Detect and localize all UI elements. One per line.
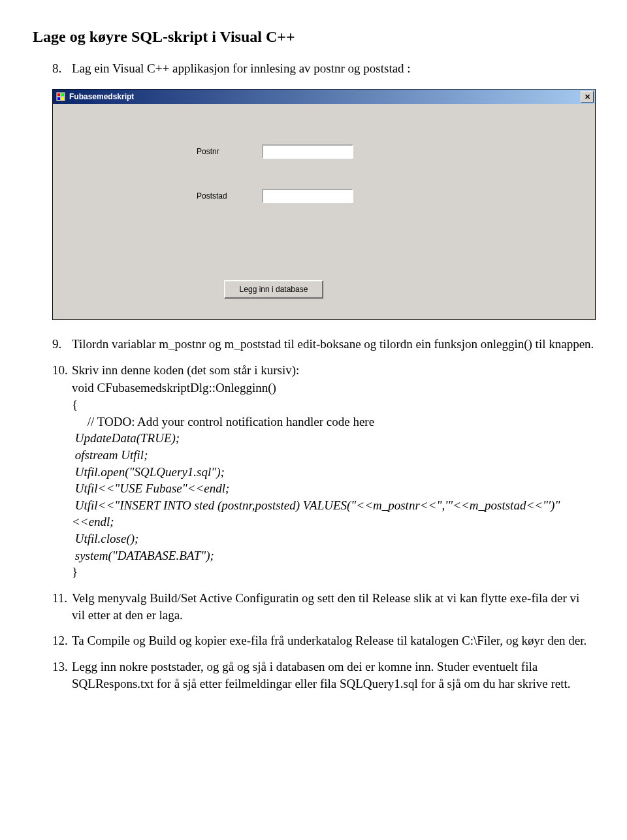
code-line: } [72, 564, 594, 581]
code-line: ofstream Utfil; [72, 447, 594, 464]
close-icon: ✕ [585, 92, 590, 102]
list-item-11: 11. Velg menyvalg Build/Set Active Confi… [52, 590, 594, 623]
code-line: // TODO: Add your control notification h… [72, 413, 594, 430]
list-item-10: 10. Skriv inn denne koden (det som står … [52, 362, 594, 379]
code-line: Utfil.close(); [72, 530, 594, 547]
submit-button-label: Legg inn i database [240, 284, 308, 295]
list-number: 9. [52, 336, 72, 353]
postnr-input[interactable] [262, 144, 353, 159]
dialog-title-area: Fubasemedskript [56, 91, 134, 102]
code-line: Utfil<<"USE Fubase"<<endl; [72, 480, 594, 497]
list-item-9: 9. Tilordn variablar m_postnr og m_posts… [52, 336, 594, 353]
list-number: 8. [52, 60, 72, 77]
submit-button[interactable]: Legg inn i database [224, 280, 323, 299]
list-item-12: 12. Ta Compile og Build og kopier exe-fi… [52, 632, 594, 649]
svg-rect-3 [57, 97, 60, 100]
close-button[interactable]: ✕ [581, 91, 594, 103]
postnr-label: Postnr [197, 146, 262, 157]
postnr-row: Postnr [197, 144, 353, 159]
screenshot-dialog: Fubasemedskript ✕ Postnr Poststad Le [52, 89, 594, 320]
list-number: 10. [52, 362, 72, 379]
list-text: Lag ein Visual C++ applikasjon for innle… [72, 60, 594, 77]
code-line: UpdateData(TRUE); [72, 430, 594, 447]
system-icon [56, 91, 66, 102]
code-line: Utfil.open("SQLQuery1.sql"); [72, 464, 594, 481]
dialog-titlebar: Fubasemedskript ✕ [53, 89, 595, 104]
submit-row: Legg inn i database [224, 280, 323, 299]
list-number: 12. [52, 632, 72, 649]
code-block: void CFubasemedskriptDlg::Onlegginn() { … [72, 380, 594, 581]
list-item-13: 13. Legg inn nokre poststader, og gå og … [52, 658, 594, 692]
list-number: 11. [52, 590, 72, 623]
svg-rect-2 [61, 93, 64, 96]
svg-rect-1 [57, 93, 60, 96]
dialog-window: Fubasemedskript ✕ Postnr Poststad Le [52, 89, 596, 320]
poststad-row: Poststad [197, 189, 353, 203]
list-text: Tilordn variablar m_postnr og m_poststad… [72, 336, 594, 353]
code-line: system("DATABASE.BAT"); [72, 547, 594, 564]
dialog-title: Fubasemedskript [69, 91, 134, 102]
code-line: void CFubasemedskriptDlg::Onlegginn() [72, 380, 594, 396]
list-text: Ta Compile og Build og kopier exe-fila f… [72, 632, 594, 649]
code-line: Utfil<<"INSERT INTO sted (postnr,postste… [72, 497, 594, 530]
list-item-8: 8. Lag ein Visual C++ applikasjon for in… [52, 60, 594, 77]
poststad-input[interactable] [262, 189, 353, 203]
list-text: Skriv inn denne koden (det som står i ku… [72, 362, 594, 379]
dialog-body: Postnr Poststad Legg inn i database [53, 104, 595, 319]
list-text: Velg menyvalg Build/Set Active Configura… [72, 590, 594, 623]
list-text: Legg inn nokre poststader, og gå og sjå … [72, 658, 594, 692]
page-heading: Lage og køyre SQL-skript i Visual C++ [33, 26, 594, 47]
list-number: 13. [52, 658, 72, 692]
svg-rect-4 [61, 97, 64, 100]
code-line: { [72, 396, 594, 413]
poststad-label: Poststad [197, 191, 262, 201]
ordered-list: 8. Lag ein Visual C++ applikasjon for in… [33, 60, 594, 692]
